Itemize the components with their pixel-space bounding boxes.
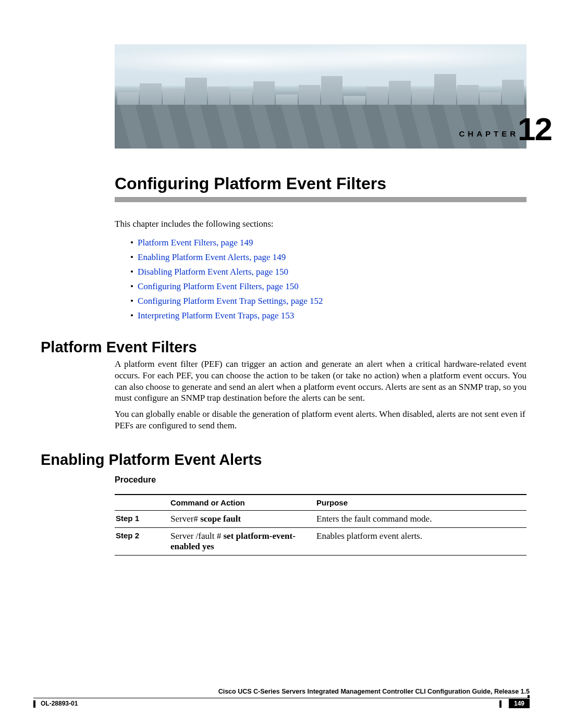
procedure-table: Command or Action Purpose Step 1 Server#… [115,494,527,556]
table-head-step [115,495,169,511]
toc-item: Platform Event Filters, page 149 [130,236,323,250]
purpose-cell: Enables platform event alerts. [315,528,527,556]
table-head-command: Command or Action [169,495,315,511]
table-head-purpose: Purpose [315,495,527,511]
footer-page-number: 149 [509,699,530,708]
footer-rule [33,698,530,698]
section-heading-pef: Platform Event Filters [41,339,197,356]
toc-item: Configuring Platform Event Trap Settings… [130,294,323,309]
chapter-label: CHAPTER [459,129,519,138]
toc-link-enable[interactable]: Enabling Platform Event Alerts, page 149 [138,252,286,262]
section-heading-enable: Enabling Platform Event Alerts [41,451,262,468]
toc-link-interpret[interactable]: Interpreting Platform Event Traps, page … [138,311,294,320]
purpose-cell: Enters the fault command mode. [315,511,527,528]
toc-list: Platform Event Filters, page 149 Enablin… [130,236,323,323]
pef-paragraph-2: You can globally enable or disable the g… [115,409,527,431]
step-cell: Step 1 [115,511,169,528]
chapter-number: 12 [518,110,552,147]
toc-item: Interpreting Platform Event Traps, page … [130,309,323,323]
table-row: Step 1 Server# scope fault Enters the fa… [115,511,527,528]
pef-paragraph-1: A platform event filter (PEF) can trigge… [115,359,527,404]
footer-tick [499,700,501,708]
command-cell: Server /fault # set platform-event-enabl… [169,528,315,556]
intro-text: This chapter includes the following sect… [115,219,527,229]
chapter-title: Configuring Platform Event Filters [115,175,527,202]
cmd-prefix: Server# [170,514,200,524]
footer-tick [33,700,35,708]
step-cell: Step 2 [115,528,169,556]
table-row: Step 2 Server /fault # set platform-even… [115,528,527,556]
toc-link-configure[interactable]: Configuring Platform Event Filters, page… [138,281,299,291]
toc-item: Enabling Platform Event Alerts, page 149 [130,250,323,265]
procedure-label: Procedure [115,475,156,485]
footer-tick [528,695,530,698]
cmd-bold: scope fault [200,514,241,524]
footer-doc-id: OL-28893-01 [41,700,78,707]
command-cell: Server# scope fault [169,511,315,528]
toc-item: Disabling Platform Event Alerts, page 15… [130,265,323,279]
toc-link-disable[interactable]: Disabling Platform Event Alerts, page 15… [138,267,288,277]
footer-guide-title: Cisco UCS C-Series Servers Integrated Ma… [218,688,530,695]
cmd-prefix: Server /fault # [170,531,224,541]
toc-link-pef[interactable]: Platform Event Filters, page 149 [138,238,253,248]
toc-item: Configuring Platform Event Filters, page… [130,279,323,294]
toc-link-trap-settings[interactable]: Configuring Platform Event Trap Settings… [138,296,323,306]
